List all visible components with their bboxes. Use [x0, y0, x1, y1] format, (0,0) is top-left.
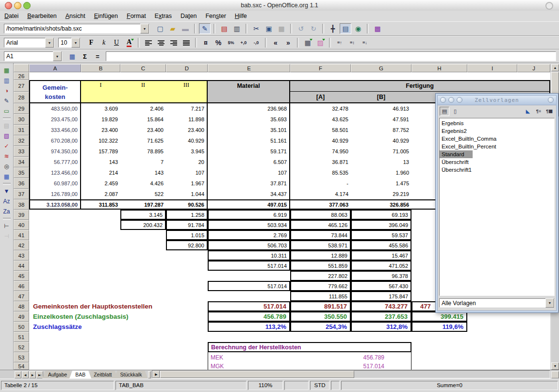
align-bottom-icon[interactable]: =↓: [359, 37, 371, 48]
cell-B36[interactable]: 2.459: [81, 178, 120, 189]
font-size-combobox[interactable]: 10 ▼: [58, 38, 81, 48]
font-color-icon[interactable]: A: [123, 37, 135, 48]
menu-bearbeiten[interactable]: Bearbeiten: [23, 11, 61, 21]
cell-F46[interactable]: 779.662: [290, 281, 351, 291]
cell-styles-icon[interactable]: ▤: [440, 107, 449, 116]
row-header-38[interactable]: 38: [14, 199, 29, 210]
cell-D34[interactable]: 20: [166, 157, 208, 167]
cell-F54[interactable]: 517.014: [290, 362, 411, 370]
cell-E49[interactable]: 456.789: [208, 311, 290, 322]
font-name-dropdown-button[interactable]: ▼: [45, 38, 54, 48]
name-box-dropdown-button[interactable]: ▼: [53, 51, 62, 61]
header-sub-a[interactable]: [A]: [290, 92, 351, 103]
header-sub-b[interactable]: [B]: [351, 92, 411, 103]
style-item--berschrift1[interactable]: Überschrift1: [440, 166, 474, 174]
cell-G36[interactable]: 1.475: [351, 178, 411, 189]
row-header-46[interactable]: 46: [14, 281, 29, 291]
align-center-icon[interactable]: [155, 37, 167, 48]
cell-E29[interactable]: 236.968: [208, 103, 290, 114]
cell-G33[interactable]: 71.005: [351, 146, 411, 157]
cell-B37[interactable]: 2.087: [81, 189, 120, 199]
cell-F42[interactable]: 538.971: [290, 240, 351, 250]
cell-F36[interactable]: -: [290, 178, 351, 189]
cell-E41[interactable]: 2.769: [208, 230, 290, 240]
status-zoom[interactable]: 110%: [248, 381, 283, 390]
header-group-3[interactable]: III: [166, 80, 208, 103]
cell-F48[interactable]: 891.517: [290, 301, 351, 311]
cell-E42[interactable]: 506.703: [208, 240, 290, 250]
row-header-33[interactable]: 33: [14, 146, 29, 157]
bold-icon[interactable]: F: [85, 37, 97, 48]
sheet-tab-aufgabe[interactable]: Aufgabe: [42, 371, 73, 378]
cell-G37[interactable]: 29.219: [351, 189, 411, 199]
cell-B29[interactable]: 3.609: [81, 103, 120, 114]
cell-F39[interactable]: 88.063: [290, 210, 351, 220]
column-header-E[interactable]: E: [208, 64, 290, 72]
cell-F40[interactable]: 465.126: [290, 220, 351, 230]
column-header-J[interactable]: J: [517, 64, 550, 72]
cell-G46[interactable]: 567.430: [351, 281, 411, 291]
row-header-52[interactable]: 52: [14, 342, 29, 352]
cell-G50[interactable]: 312,8%: [351, 322, 411, 332]
row-header-36[interactable]: 36: [14, 178, 29, 189]
sheet-tab-zeitblatt[interactable]: Zeitblatt: [88, 371, 117, 378]
autofilter-icon[interactable]: ▼: [1, 186, 12, 196]
find-replace-icon[interactable]: ◎: [1, 162, 12, 171]
cell-A33[interactable]: 974.350,00: [29, 146, 81, 157]
cell-E50[interactable]: 113,2%: [208, 322, 290, 332]
cell-F44[interactable]: 551.859: [290, 261, 351, 271]
row-header-32[interactable]: 32: [14, 135, 29, 146]
insert-chart-icon[interactable]: ◑: [1, 86, 12, 96]
first-sheet-button[interactable]: |◀: [15, 371, 21, 378]
cell-B33[interactable]: 157.789: [81, 146, 120, 157]
header-gemeinkosten[interactable]: Gemein-kosten: [29, 80, 81, 103]
align-vcenter-icon[interactable]: =↕: [346, 37, 358, 48]
style-filter-combobox[interactable]: Alle Vorlagen ▼: [439, 298, 555, 308]
sum-icon[interactable]: Σ: [80, 51, 90, 61]
stylist-title-bar[interactable]: Zellvorlagen: [438, 96, 556, 105]
cell-A37[interactable]: 126.789,00: [29, 189, 81, 199]
cell-G39[interactable]: 69.193: [351, 210, 411, 220]
cell-D42[interactable]: 92.800: [166, 240, 208, 250]
cell-D38[interactable]: 90.526: [166, 199, 208, 210]
column-header-B[interactable]: B: [81, 64, 120, 72]
auto-spellcheck-icon[interactable]: ≋: [1, 151, 12, 161]
cell-G44[interactable]: 471.052: [351, 261, 411, 271]
style-item-ergebnis[interactable]: Ergebnis: [440, 119, 473, 127]
row-header-48[interactable]: 48: [14, 301, 29, 311]
align-top-icon[interactable]: =↑: [334, 37, 345, 48]
cell-E54[interactable]: MGK: [208, 362, 290, 370]
menu-datei[interactable]: Datei: [0, 11, 23, 21]
cell-D33[interactable]: 3.945: [166, 146, 208, 157]
menu-ansicht[interactable]: Ansicht: [61, 11, 90, 21]
add-decimal-icon[interactable]: +,0: [238, 37, 249, 48]
row-header-40[interactable]: 40: [14, 220, 29, 230]
font-name-combobox[interactable]: Arial ▼: [4, 38, 54, 48]
cell-A32[interactable]: 670.208,00: [29, 135, 81, 146]
row-header-49[interactable]: 49: [14, 311, 29, 322]
cell-F47[interactable]: 111.855: [290, 291, 351, 301]
row-header-42[interactable]: 42: [14, 240, 29, 250]
row-header-31[interactable]: 31: [14, 125, 29, 135]
menu-format[interactable]: Format: [122, 11, 150, 21]
decrease-indent-icon[interactable]: «: [270, 37, 281, 48]
align-right-icon[interactable]: [168, 37, 180, 48]
cell-G29[interactable]: 46.913: [351, 103, 411, 114]
navigator-icon[interactable]: ╋: [327, 23, 339, 34]
cell-B34[interactable]: 143: [81, 157, 120, 167]
update-style-icon[interactable]: ¶▦: [544, 107, 554, 116]
cell-F53[interactable]: 456.789: [290, 352, 411, 362]
formula-input-line[interactable]: [106, 51, 556, 61]
cell-B38[interactable]: 311.853: [81, 199, 120, 210]
cell-C30[interactable]: 15.864: [120, 114, 166, 125]
menu-extras[interactable]: Extras: [150, 11, 176, 21]
cell-F32[interactable]: 40.929: [290, 135, 351, 146]
column-header-G[interactable]: G: [351, 64, 411, 72]
menu-hilfe[interactable]: Hilfe: [230, 11, 251, 21]
url-dropdown-button[interactable]: ▼: [140, 24, 149, 33]
style-item-standard[interactable]: Standard: [440, 150, 473, 158]
cell-E32[interactable]: 51.161: [208, 135, 290, 146]
function-autopilot-icon[interactable]: ▦: [67, 51, 78, 61]
cell-G47[interactable]: 175.847: [351, 291, 411, 301]
status-mode[interactable]: STD: [310, 381, 329, 390]
